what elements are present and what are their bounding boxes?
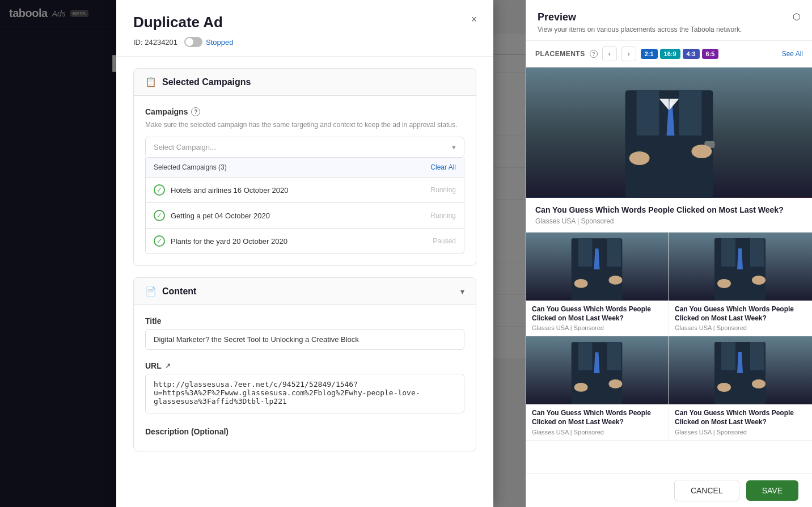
- svg-point-15: [574, 279, 588, 288]
- url-input[interactable]: http://glassesusa.7eer.net/c/94521/52849…: [145, 374, 464, 413]
- preview-main-card: Can You Guess Which Words People Clicked…: [526, 67, 812, 233]
- preview-small-title: Can You Guess Which Words People Clicked…: [675, 409, 806, 426]
- see-all-button[interactable]: See All: [782, 50, 803, 58]
- modal-footer: CANCEL SAVE: [526, 473, 812, 507]
- campaigns-list-header: Selected Campaigns (3) Clear All: [145, 158, 464, 178]
- campaigns-help-icon[interactable]: ?: [191, 107, 200, 116]
- ratio-btn-21[interactable]: 2:1: [641, 49, 658, 59]
- stopped-toggle-switch[interactable]: [184, 37, 202, 47]
- campaigns-description: Make sure the selected campaign has the …: [145, 120, 464, 130]
- preview-small-info: Can You Guess Which Words People Clicked…: [669, 301, 812, 336]
- campaign-name: Hotels and airlines 16 October 2020: [171, 186, 288, 195]
- external-link-icon[interactable]: ↗: [165, 362, 171, 370]
- stopped-toggle: Stopped: [184, 37, 233, 47]
- campaigns-section: 📋 Selected Campaigns Campaigns ? Make su…: [133, 68, 476, 266]
- ratio-buttons: 2:1 16:9 4:3 6:5: [641, 49, 719, 59]
- content-section-body: Title URL ↗ http://glassesusa.7eer.net/c…: [134, 305, 476, 451]
- url-label: URL: [145, 361, 162, 370]
- svg-rect-26: [578, 343, 593, 371]
- svg-rect-27: [607, 343, 621, 371]
- modal-id-row: ID: 24234201 Stopped: [133, 37, 476, 47]
- save-button[interactable]: SAVE: [746, 480, 798, 501]
- stopped-label[interactable]: Stopped: [206, 38, 233, 47]
- svg-point-37: [752, 379, 766, 388]
- campaign-name: Getting a pet 04 October 2020: [171, 212, 270, 220]
- placements-prev-button[interactable]: ‹: [602, 47, 617, 61]
- preview-panel: Preview View your items on various place…: [526, 0, 812, 507]
- preview-small-info: Can You Guess Which Words People Clicked…: [526, 301, 669, 336]
- cancel-button[interactable]: CANCEL: [674, 480, 739, 501]
- preview-small-title: Can You Guess Which Words People Clicked…: [675, 305, 806, 323]
- section-header-campaigns: 📋 Selected Campaigns: [134, 69, 476, 96]
- ratio-btn-43[interactable]: 4:3: [683, 49, 700, 59]
- preview-small-source: Glasses USA | Sponsored: [675, 429, 806, 436]
- select-placeholder: Select Campaign...: [154, 143, 216, 151]
- svg-rect-12: [578, 238, 593, 267]
- placements-next-button[interactable]: ›: [621, 47, 636, 61]
- campaign-item-1: ✓ Getting a pet 04 October 2020 Running: [145, 203, 464, 229]
- preview-small-source: Glasses USA | Sponsored: [532, 324, 663, 331]
- campaign-check-icon: ✓: [154, 235, 165, 247]
- svg-point-22: [717, 279, 731, 288]
- campaigns-field-label: Campaigns ?: [145, 107, 464, 116]
- preview-small-grid: Can You Guess Which Words People Clicked…: [526, 233, 812, 440]
- preview-description: View your items on various placements ac…: [538, 26, 801, 33]
- placements-help-icon[interactable]: ?: [590, 50, 598, 58]
- campaign-select-dropdown[interactable]: Select Campaign... ▾: [145, 137, 464, 158]
- svg-point-8: [629, 151, 650, 165]
- preview-small-title: Can You Guess Which Words People Clicked…: [532, 409, 663, 426]
- content-icon: 📄: [145, 286, 157, 297]
- modal-close-button[interactable]: ×: [466, 11, 482, 27]
- preview-small-source: Glasses USA | Sponsored: [532, 429, 663, 436]
- description-label: Description (Optional): [145, 427, 229, 436]
- preview-card-title: Can You Guess Which Words People Clicked…: [535, 205, 803, 215]
- svg-point-29: [574, 383, 588, 392]
- preview-small-image: [526, 233, 669, 301]
- content-section: 📄 Content ▾ Title URL ↗ http://glassesu: [133, 277, 476, 451]
- svg-point-9: [691, 145, 712, 158]
- modal-title: Duplicate Ad: [133, 14, 476, 31]
- svg-rect-20: [750, 238, 764, 267]
- content-section-title: Content: [162, 286, 196, 297]
- title-input[interactable]: [145, 329, 464, 350]
- svg-rect-13: [607, 238, 621, 267]
- ratio-btn-169[interactable]: 16:9: [660, 49, 680, 59]
- url-field-group: URL ↗ http://glassesusa.7eer.net/c/94521…: [145, 361, 464, 416]
- title-label: Title: [145, 316, 162, 326]
- campaigns-section-title: Selected Campaigns: [162, 77, 251, 87]
- title-field-group: Title: [145, 316, 464, 350]
- campaign-item-2: ✓ Plants for the yard 20 October 2020 Pa…: [145, 229, 464, 254]
- preview-external-icon[interactable]: ⬡: [793, 11, 801, 22]
- svg-rect-3: [679, 90, 701, 136]
- preview-title: Preview: [538, 11, 801, 23]
- campaigns-section-body: Campaigns ? Make sure the selected campa…: [134, 96, 476, 265]
- svg-rect-33: [721, 342, 735, 370]
- campaign-name: Plants for the yard 20 October 2020: [171, 237, 287, 246]
- clear-all-button[interactable]: Clear All: [430, 163, 456, 171]
- preview-small-image: [669, 336, 812, 404]
- preview-small-source: Glasses USA | Sponsored: [675, 324, 806, 331]
- modal-id: ID: 24234201: [133, 38, 177, 47]
- svg-rect-19: [721, 238, 735, 267]
- campaign-status: Running: [430, 212, 456, 219]
- preview-body: Can You Guess Which Words People Clicked…: [526, 67, 812, 507]
- preview-small-image: [669, 233, 812, 301]
- description-field-label: Description (Optional): [145, 427, 464, 436]
- campaign-status-paused: Paused: [433, 237, 456, 245]
- preview-main-image: [526, 67, 812, 198]
- placements-label: PLACEMENTS: [535, 50, 585, 58]
- campaign-check-icon: ✓: [154, 210, 165, 221]
- campaign-status: Running: [430, 186, 456, 194]
- preview-small-info: Can You Guess Which Words People Clicked…: [669, 404, 812, 440]
- svg-point-23: [752, 276, 766, 285]
- content-chevron-icon[interactable]: ▾: [460, 287, 464, 296]
- campaign-item-0: ✓ Hotels and airlines 16 October 2020 Ru…: [145, 178, 464, 203]
- modal-body: 📋 Selected Campaigns Campaigns ? Make su…: [116, 57, 493, 507]
- preview-small-info: Can You Guess Which Words People Clicked…: [526, 404, 669, 440]
- campaign-left: ✓ Hotels and airlines 16 October 2020: [154, 184, 288, 196]
- ratio-btn-65[interactable]: 6:5: [702, 49, 719, 59]
- svg-point-36: [717, 383, 731, 392]
- campaign-check-icon: ✓: [154, 184, 165, 196]
- modal-header: Duplicate Ad × ID: 24234201 Stopped: [116, 0, 493, 57]
- title-field-label: Title: [145, 316, 464, 326]
